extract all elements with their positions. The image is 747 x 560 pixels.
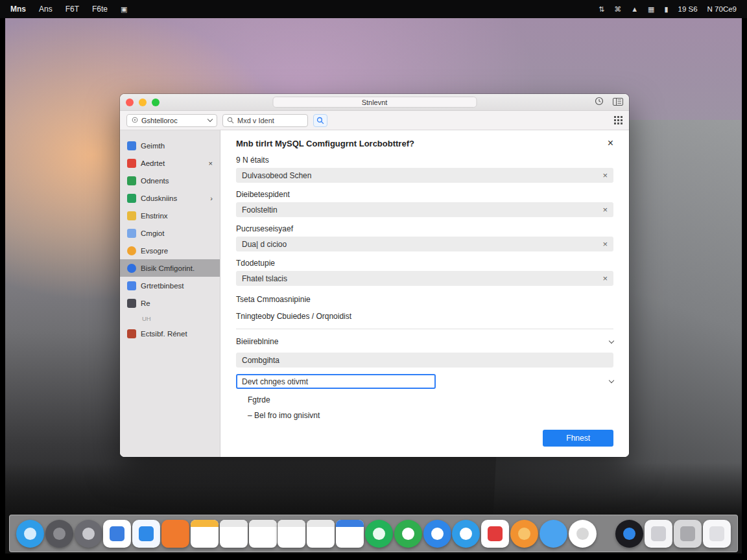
red-flag-app-icon[interactable]	[481, 520, 509, 548]
field-input-2[interactable]: Dua| d cicioo×	[236, 237, 613, 251]
minimize-traffic-light[interactable]	[139, 99, 147, 106]
note-app-icon-2[interactable]	[220, 520, 248, 548]
sidebar-item-5[interactable]: Cmgiot	[120, 224, 220, 242]
field-value: Dulvasobeod Schen	[242, 171, 311, 180]
sidebar-item-8[interactable]: Grtretbinbest	[120, 277, 220, 294]
sidebar-item-icon	[127, 246, 136, 255]
close-icon[interactable]: ×	[608, 139, 613, 148]
field-value: Foolsteltin	[242, 205, 278, 215]
music-app-icon[interactable]	[365, 520, 393, 548]
sidebar-item-icon	[127, 264, 136, 273]
sidebar-item-4[interactable]: Ehstrinx	[120, 207, 220, 224]
mail-app-icon[interactable]	[132, 520, 160, 548]
folder-app-icon[interactable]	[161, 520, 189, 548]
arrow-up-icon[interactable]: ▲	[631, 5, 638, 13]
field-input-0[interactable]: Dulvasobeod Schen×	[236, 168, 613, 183]
sidebar-item-2[interactable]: Odnents	[120, 172, 220, 189]
clear-field-icon[interactable]: ×	[602, 205, 608, 214]
search-input[interactable]	[237, 117, 303, 124]
clear-field-icon[interactable]: ×	[602, 240, 608, 248]
titlebar-icons	[595, 97, 623, 108]
menu-item-0[interactable]: Mns	[10, 5, 26, 14]
reader-app-icon[interactable]	[645, 520, 672, 548]
flame-app-icon-accent	[518, 528, 530, 540]
sidebar-item-1[interactable]: Aedrtet×	[120, 154, 220, 172]
note-line-0: Tseta Cmmoasnipinie	[236, 295, 613, 304]
close-traffic-light[interactable]	[126, 99, 134, 106]
search-field[interactable]	[222, 114, 308, 127]
search-action-button[interactable]	[313, 114, 327, 127]
check-app-icon-accent	[431, 528, 444, 540]
sub-item-0[interactable]: Fgtrde	[248, 395, 613, 404]
sidebar-item-trailing[interactable]: ×	[209, 159, 213, 167]
search-icon	[227, 115, 234, 126]
submit-button[interactable]: Fhnest	[543, 430, 613, 447]
collapsible-section-row[interactable]: Bieiireblnine	[236, 337, 613, 346]
battery-icon[interactable]: ▮	[664, 5, 668, 14]
sidebar-toggle-icon[interactable]	[613, 97, 623, 108]
window-menu-icon[interactable]: ▣	[121, 5, 127, 14]
sidebar-item-7[interactable]: Bisik Cmfigorint.	[120, 259, 220, 277]
blue-app-icon[interactable]	[540, 520, 567, 548]
sidebar-item-6[interactable]: Evsogre	[120, 242, 220, 259]
check-app-icon[interactable]	[423, 520, 451, 548]
scope-dropdown[interactable]: Gshtelloroc	[126, 114, 217, 127]
combo-field-value: Combgihta	[242, 356, 279, 365]
note-app-icon-1[interactable]	[191, 520, 219, 548]
sidebar-item-11[interactable]: Ectsibf. Rénet	[120, 325, 220, 342]
drop-app-icon[interactable]	[615, 520, 643, 548]
sidebar-item-3[interactable]: Cduskniins›	[120, 189, 220, 207]
keyboard-icon[interactable]: ▦	[648, 5, 654, 14]
sidebar-item-0[interactable]: Geimth	[120, 137, 220, 154]
zoom-traffic-light[interactable]	[152, 99, 160, 106]
trash-icon[interactable]	[703, 520, 731, 548]
sidebar-item-trailing[interactable]: ›	[210, 194, 213, 202]
menu-item-3[interactable]: F6te	[92, 5, 108, 14]
sidebar-item-label: Geimth	[141, 142, 165, 150]
mini-app-icon[interactable]	[674, 520, 702, 548]
sidebar-item-icon	[127, 281, 136, 290]
flame-app-icon[interactable]	[510, 520, 538, 548]
window-toolbar: Gshtelloroc	[120, 111, 629, 130]
menu-item-1[interactable]: Ans	[39, 5, 53, 14]
sub-item-1[interactable]: – Bel fro imo gnisivnt	[248, 411, 613, 420]
field-label-2: Pucruseseisyaef	[236, 224, 613, 233]
field-input-3[interactable]: Fhatel tslacis×	[236, 271, 613, 286]
window-body: GeimthAedrtet×OdnentsCduskniins›Ehstrinx…	[120, 130, 629, 457]
clear-field-icon[interactable]: ×	[602, 171, 608, 180]
note-app-icon-1-accent	[191, 520, 219, 527]
sidebar-item-9[interactable]: Re	[120, 294, 220, 312]
command-icon[interactable]: ⌘	[614, 5, 621, 14]
note-app-icon-3[interactable]	[249, 520, 277, 548]
menu-item-2[interactable]: F6T	[65, 5, 79, 14]
record-app-icon[interactable]	[45, 520, 73, 548]
active-text-input[interactable]	[236, 374, 436, 389]
field-label-1: Dieibetespident	[236, 190, 613, 199]
note-app-icon-5-accent	[307, 520, 335, 527]
sidebar: GeimthAedrtet×OdnentsCduskniins›Ehstrinx…	[120, 130, 220, 457]
pages-app-icon[interactable]	[336, 520, 364, 548]
grid-view-icon[interactable]	[614, 116, 622, 124]
browser-app-icon[interactable]	[16, 520, 44, 548]
photos-app-icon[interactable]	[103, 520, 131, 548]
history-clock-icon[interactable]	[595, 97, 604, 108]
menu-status-a: 19 S6	[678, 5, 698, 13]
green-browser-app-icon[interactable]	[394, 520, 422, 548]
note-app-icon-4[interactable]	[278, 520, 305, 548]
toggles-icon[interactable]: ⇅	[599, 5, 604, 14]
sidebar-item-label: Grtretbinbest	[141, 282, 184, 290]
sidebar-item-icon	[127, 176, 136, 185]
note-app-icon-5[interactable]	[307, 520, 335, 548]
notes: Tseta CmmoasnipinieTningteoby Cbuiedes /…	[236, 295, 613, 321]
menu-bar: MnsAnsF6TF6te▣ ⇅⌘▲▦▮19 S6N 70Ce9	[0, 0, 747, 18]
send-app-icon[interactable]	[452, 520, 480, 548]
settings-app-icon[interactable]	[75, 520, 102, 548]
sidebar-item-icon	[127, 329, 136, 338]
reader-app-icon-accent	[651, 526, 666, 541]
clear-field-icon[interactable]: ×	[602, 274, 608, 283]
combo-field[interactable]: Combgihta	[236, 353, 613, 368]
chat-app-icon[interactable]	[569, 520, 597, 548]
field-input-1[interactable]: Foolsteltin×	[236, 202, 613, 217]
chevron-down-icon[interactable]	[609, 378, 614, 383]
submit-row: Fhnest	[236, 430, 613, 447]
